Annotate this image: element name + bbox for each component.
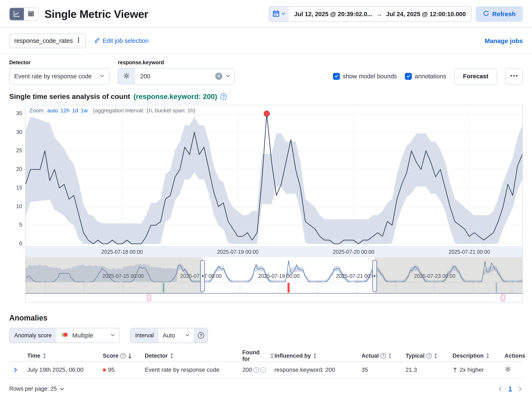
- zoom-label: Zoom:: [29, 107, 45, 114]
- cell-description: 2x higher: [453, 366, 504, 373]
- y-tick-label: 20: [9, 166, 22, 172]
- y-tick-label: 35: [9, 110, 22, 117]
- gear-icon: [123, 72, 130, 80]
- cell-actions: [504, 366, 523, 374]
- help-icon[interactable]: ?: [220, 93, 227, 100]
- entity-combobox[interactable]: 200 ✕: [118, 68, 235, 84]
- y-axis-labels: 05101520253035: [9, 105, 22, 304]
- swimlane-anomaly-mark[interactable]: [288, 283, 290, 293]
- column-time[interactable]: Time: [27, 353, 103, 359]
- chevron-down-icon: [99, 73, 104, 79]
- plot-area[interactable]: 2025-07-18 00:002025-07-19 00:002025-07-…: [25, 105, 523, 303]
- checkbox-checked-icon: [333, 73, 340, 80]
- clear-entity-icon[interactable]: ✕: [215, 73, 222, 80]
- help-icon: ?: [198, 332, 204, 338]
- cell-found-for: 200 + −: [242, 366, 274, 373]
- job-badge-label: response_code_rates: [14, 37, 73, 44]
- line-chart-icon: [13, 10, 20, 18]
- severity-label: Anomaly score: [10, 328, 57, 343]
- edit-job-selection-link[interactable]: Edit job selection: [94, 37, 149, 45]
- previous-page-button[interactable]: [498, 385, 503, 392]
- column-typical[interactable]: Typical ?: [406, 353, 453, 359]
- svg-text:2025-07-18 00:00: 2025-07-18 00:00: [101, 249, 143, 255]
- severity-threshold-control: Anomaly score Multiple: [9, 328, 120, 343]
- column-score[interactable]: Score ?: [103, 353, 145, 359]
- chart-view-button[interactable]: [10, 8, 24, 20]
- y-tick-label: 15: [9, 184, 22, 191]
- detector-select[interactable]: Event rate by response code: [9, 68, 110, 84]
- forecast-button[interactable]: Forecast: [454, 68, 497, 84]
- column-description[interactable]: Description: [453, 353, 504, 359]
- zoom-controls: Zoom: auto 12h 1d 1w (aggregation interv…: [29, 107, 195, 114]
- kebab-icon[interactable]: [76, 37, 81, 45]
- sort-icon: [313, 353, 317, 359]
- date-quick-select[interactable]: [269, 7, 289, 21]
- zoom-1w-link[interactable]: 1w: [81, 107, 88, 114]
- sort-icon: [485, 353, 490, 359]
- anomalies-heading: Anomalies: [0, 304, 532, 322]
- cell-actual: 35: [361, 366, 406, 373]
- selected-job-badge[interactable]: response_code_rates: [9, 34, 86, 48]
- cell-score: 95: [103, 366, 145, 373]
- severity-select[interactable]: Multiple: [57, 328, 119, 343]
- y-tick-label: 10: [9, 203, 22, 210]
- table-header-row: Time Score ? Detector Found for Influenc…: [9, 349, 523, 362]
- column-actual[interactable]: Actual ?: [361, 353, 406, 359]
- chevron-down-icon: [110, 332, 115, 339]
- entity-settings-button[interactable]: [118, 69, 135, 84]
- end-date-field[interactable]: Jul 24, 2025 @ 12:00:10.000: [386, 11, 466, 18]
- timeseries-svg[interactable]: 2025-07-18 00:002025-07-19 00:002025-07-…: [26, 105, 522, 302]
- pencil-icon: [94, 37, 100, 45]
- chevron-down-icon: [185, 332, 190, 339]
- svg-text:2025-07-21 00:00: 2025-07-21 00:00: [448, 249, 490, 255]
- annotation-marker[interactable]: [501, 295, 505, 301]
- detector-label: Detector: [9, 59, 110, 66]
- entity-field-label: response.keyword: [118, 59, 235, 66]
- severity-dot-icon: [103, 368, 106, 372]
- table-row: July 19th 2025, 06:00 95 Event rate by r…: [9, 362, 523, 378]
- column-influenced-by[interactable]: Influenced by: [274, 353, 361, 359]
- expand-row-button[interactable]: [13, 367, 27, 373]
- chevron-down-icon: [225, 73, 230, 79]
- view-toggle: [9, 8, 38, 20]
- sort-icon: [388, 353, 392, 359]
- zoom-auto-link[interactable]: auto: [48, 107, 58, 114]
- entity-value: 200: [135, 73, 215, 80]
- refresh-button[interactable]: Refresh: [476, 6, 523, 22]
- zoom-1d-link[interactable]: 1d: [72, 107, 78, 114]
- annotation-marker[interactable]: [147, 295, 151, 301]
- annotations-checkbox[interactable]: annotations: [405, 73, 446, 80]
- chevron-down-icon: [59, 386, 64, 392]
- page-number[interactable]: 1: [509, 385, 512, 392]
- next-page-button[interactable]: [517, 385, 523, 392]
- cell-time: July 19th 2025, 06:00: [27, 366, 103, 373]
- interval-select[interactable]: Auto: [158, 328, 194, 343]
- range-arrow-icon: →: [376, 10, 382, 18]
- start-date-field[interactable]: Jul 12, 2025 @ 20:39:02.0...: [294, 11, 372, 18]
- column-detector[interactable]: Detector: [145, 353, 242, 359]
- arrow-up-icon: [453, 367, 457, 373]
- sort-icon: [433, 353, 438, 359]
- row-actions-gear-icon[interactable]: [504, 366, 511, 374]
- filter-in-icon[interactable]: +: [253, 367, 259, 373]
- anomaly-marker[interactable]: [264, 111, 270, 116]
- cell-typical: 21.3: [406, 366, 453, 373]
- chevron-right-icon: [13, 367, 18, 373]
- show-model-bounds-checkbox[interactable]: show model bounds: [333, 73, 397, 80]
- chart-section-title: Single time series analysis of count (re…: [0, 91, 532, 101]
- pagination-bar: Rows per page: 25 1: [0, 378, 532, 399]
- filter-out-icon[interactable]: −: [260, 367, 266, 373]
- manage-jobs-link[interactable]: Manage jobs: [484, 37, 523, 45]
- controls-row: Detector Event rate by response code res…: [0, 54, 532, 91]
- interval-help[interactable]: ?: [194, 328, 208, 343]
- help-icon: ?: [426, 353, 432, 358]
- aggregation-note: (aggregation interval: 1h, bucket span: …: [93, 107, 195, 114]
- grid-view-button[interactable]: [24, 8, 38, 20]
- rows-per-page-button[interactable]: Rows per page: 25: [9, 385, 64, 392]
- zoom-12h-link[interactable]: 12h: [60, 107, 69, 114]
- interval-control: Interval Auto ?: [130, 328, 208, 343]
- page-title: Single Metric Viewer: [45, 8, 148, 20]
- column-found-for[interactable]: Found for: [242, 349, 274, 362]
- more-options-button[interactable]: [505, 68, 523, 84]
- checkbox-checked-icon: [405, 73, 412, 80]
